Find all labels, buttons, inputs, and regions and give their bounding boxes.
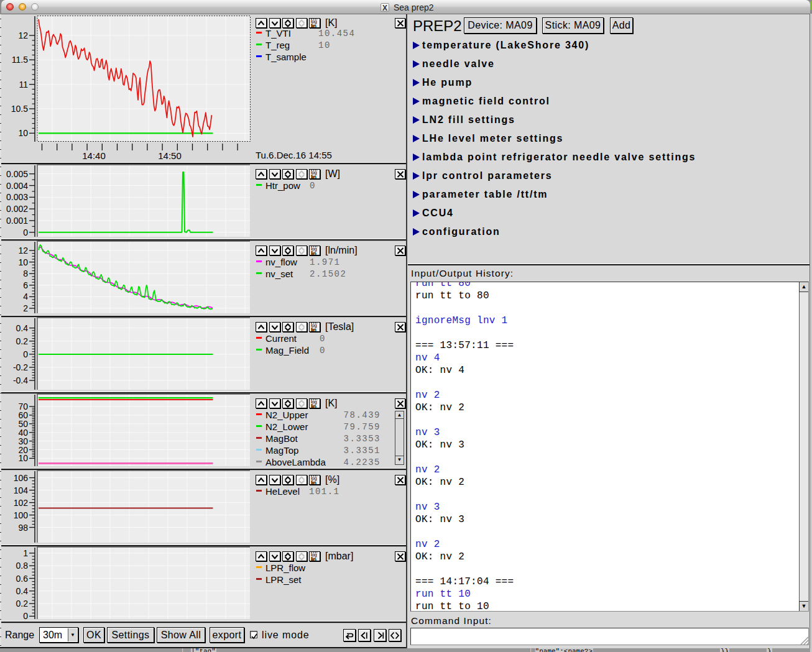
svg-text:0.6: 0.6 [16,574,29,584]
svg-text:0.8: 0.8 [16,561,29,571]
svg-text:0.004: 0.004 [6,181,28,191]
svg-text:-0.2: -0.2 [13,362,28,372]
svg-text:0.4: 0.4 [16,323,29,333]
svg-text:14:40: 14:40 [82,150,106,161]
svg-text:11: 11 [19,80,28,90]
svg-text:0.2: 0.2 [16,599,29,608]
svg-text:10.5: 10.5 [11,104,28,114]
svg-text:0: 0 [23,349,28,359]
svg-text:6: 6 [23,280,28,290]
svg-text:10: 10 [18,128,28,138]
svg-text:0: 0 [23,227,28,237]
svg-text:106: 106 [14,473,29,483]
svg-text:10: 10 [18,257,28,267]
svg-text:0.003: 0.003 [6,192,28,202]
svg-text:-0.4: -0.4 [13,375,28,385]
svg-text:10: 10 [18,453,28,463]
svg-text:lin: lin [311,250,316,256]
svg-text:12: 12 [18,246,28,255]
svg-text:14:50: 14:50 [158,150,182,161]
svg-text:4: 4 [23,292,28,301]
svg-text:98: 98 [18,523,28,533]
svg-text:lin: lin [311,480,316,485]
svg-text:lin: lin [311,23,316,29]
svg-text:0.4: 0.4 [16,586,29,596]
svg-text:lin: lin [311,403,316,409]
svg-text:lin: lin [311,327,316,333]
svg-text:102: 102 [14,498,29,508]
svg-text:0.005: 0.005 [6,169,28,179]
svg-text:0.002: 0.002 [6,204,28,214]
svg-text:100: 100 [14,510,29,520]
svg-text:11.5: 11.5 [12,55,28,65]
svg-text:0.2: 0.2 [16,336,29,346]
svg-text:0.001: 0.001 [6,216,28,226]
svg-text:2: 2 [23,303,28,313]
svg-text:lin: lin [311,556,316,562]
svg-text:lin: lin [311,174,316,180]
svg-text:1: 1 [23,548,28,558]
svg-text:0: 0 [23,611,28,621]
svg-text:104: 104 [14,485,29,495]
svg-text:8: 8 [23,269,28,278]
svg-text:12: 12 [18,30,28,40]
